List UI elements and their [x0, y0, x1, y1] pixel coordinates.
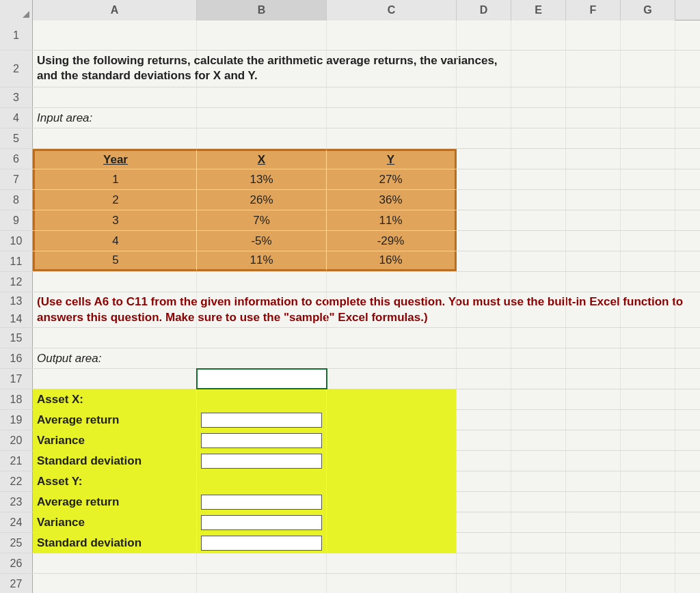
cell-G1[interactable]	[621, 20, 675, 50]
row-header-7[interactable]: 7	[0, 169, 33, 189]
row-header-9[interactable]: 9	[0, 210, 33, 230]
cell-F26[interactable]	[566, 553, 621, 573]
col-header-B[interactable]: B	[197, 0, 327, 20]
input-header-y[interactable]: Y	[327, 149, 457, 169]
input-x-avg-return[interactable]	[197, 410, 327, 430]
row-header-21[interactable]: 21	[0, 451, 33, 471]
row-header-1[interactable]: 1	[0, 20, 33, 50]
cell-G9[interactable]	[621, 210, 675, 230]
cell-A17[interactable]	[33, 369, 197, 389]
label-y-avg-return[interactable]: Average return	[33, 492, 197, 512]
col-header-G[interactable]: G	[621, 0, 675, 20]
cell-G20[interactable]	[621, 430, 675, 450]
cell-F20[interactable]	[566, 430, 621, 450]
cell-E25[interactable]	[511, 533, 566, 553]
cell-E13[interactable]	[511, 292, 566, 327]
cell-E7[interactable]	[511, 169, 566, 189]
cell-D27[interactable]	[457, 574, 511, 593]
input-y-3[interactable]: 11%	[327, 210, 457, 230]
input-year-2[interactable]: 2	[33, 190, 197, 210]
cell-G26[interactable]	[621, 553, 675, 573]
cell-C25[interactable]	[327, 533, 457, 553]
row-header-16[interactable]: 16	[0, 348, 33, 368]
cell-C19[interactable]	[327, 410, 457, 430]
cell-B16[interactable]	[197, 348, 327, 368]
cell-F19[interactable]	[566, 410, 621, 430]
cell-D18[interactable]	[457, 389, 511, 409]
blank-input[interactable]	[201, 536, 322, 551]
cell-B4[interactable]	[197, 108, 327, 128]
input-y-stddev[interactable]	[197, 533, 327, 553]
cell-D2[interactable]	[457, 51, 511, 87]
row-header-5[interactable]: 5	[0, 128, 33, 148]
cell-B3[interactable]	[197, 87, 327, 107]
cell-E9[interactable]	[511, 210, 566, 230]
cell-E11[interactable]	[511, 251, 566, 271]
cell-E24[interactable]	[511, 512, 566, 532]
cell-A2[interactable]: Using the following returns, calculate t…	[33, 51, 197, 87]
input-header-x[interactable]: X	[197, 149, 327, 169]
cell-D9[interactable]	[457, 210, 511, 230]
label-y-stddev[interactable]: Standard deviation	[33, 533, 197, 553]
cell-C20[interactable]	[327, 430, 457, 450]
cell-A1[interactable]	[33, 20, 197, 50]
cell-G4[interactable]	[621, 108, 675, 128]
cell-G12[interactable]	[621, 272, 675, 292]
cell-G27[interactable]	[621, 574, 675, 593]
input-x-1[interactable]: 13%	[197, 169, 327, 189]
input-x-stddev[interactable]	[197, 451, 327, 471]
cell-A16-output-area-label[interactable]: Output area:	[33, 348, 197, 368]
input-year-4[interactable]: 4	[33, 231, 197, 251]
cell-G23[interactable]	[621, 492, 675, 512]
input-x-5[interactable]: 11%	[197, 251, 327, 271]
row-header-20[interactable]: 20	[0, 430, 33, 450]
cell-B13[interactable]	[197, 292, 327, 327]
cell-E2[interactable]	[511, 51, 566, 87]
cell-F9[interactable]	[566, 210, 621, 230]
cell-E17[interactable]	[511, 369, 566, 389]
row-header-13-14[interactable]: 13 14	[0, 292, 33, 327]
cell-D10[interactable]	[457, 231, 511, 251]
cell-G16[interactable]	[621, 348, 675, 368]
cell-D1[interactable]	[457, 20, 511, 50]
cell-G22[interactable]	[621, 471, 675, 491]
cell-D13[interactable]	[457, 292, 511, 327]
cell-C21[interactable]	[327, 451, 457, 471]
cell-C17[interactable]	[327, 369, 457, 389]
cell-C27[interactable]	[327, 574, 457, 593]
cell-E8[interactable]	[511, 190, 566, 210]
cell-C13[interactable]	[327, 292, 457, 327]
cell-F22[interactable]	[566, 471, 621, 491]
input-x-variance[interactable]	[197, 430, 327, 450]
cell-B15[interactable]	[197, 328, 327, 348]
cell-D11[interactable]	[457, 251, 511, 271]
label-asset-x[interactable]: Asset X:	[33, 389, 197, 409]
cell-D15[interactable]	[457, 328, 511, 348]
cell-F21[interactable]	[566, 451, 621, 471]
cell-B18[interactable]	[197, 389, 327, 409]
input-y-5[interactable]: 16%	[327, 251, 457, 271]
cell-G24[interactable]	[621, 512, 675, 532]
cell-D6[interactable]	[457, 149, 511, 169]
cell-E21[interactable]	[511, 451, 566, 471]
cell-G11[interactable]	[621, 251, 675, 271]
cell-E4[interactable]	[511, 108, 566, 128]
cell-C23[interactable]	[327, 492, 457, 512]
select-all-corner[interactable]	[0, 0, 33, 20]
cell-D17[interactable]	[457, 369, 511, 389]
blank-input[interactable]	[201, 413, 322, 428]
cell-E12[interactable]	[511, 272, 566, 292]
cell-F2[interactable]	[566, 51, 621, 87]
row-header-23[interactable]: 23	[0, 492, 33, 512]
row-header-25[interactable]: 25	[0, 533, 33, 553]
cell-D22[interactable]	[457, 471, 511, 491]
cell-A3[interactable]	[33, 87, 197, 107]
cell-G21[interactable]	[621, 451, 675, 471]
cell-D23[interactable]	[457, 492, 511, 512]
row-header-3[interactable]: 3	[0, 87, 33, 107]
cell-F3[interactable]	[566, 87, 621, 107]
cell-D21[interactable]	[457, 451, 511, 471]
cell-F13[interactable]	[566, 292, 621, 327]
cell-A13[interactable]: (Use cells A6 to C11 from the given info…	[33, 292, 197, 327]
cell-E5[interactable]	[511, 128, 566, 148]
